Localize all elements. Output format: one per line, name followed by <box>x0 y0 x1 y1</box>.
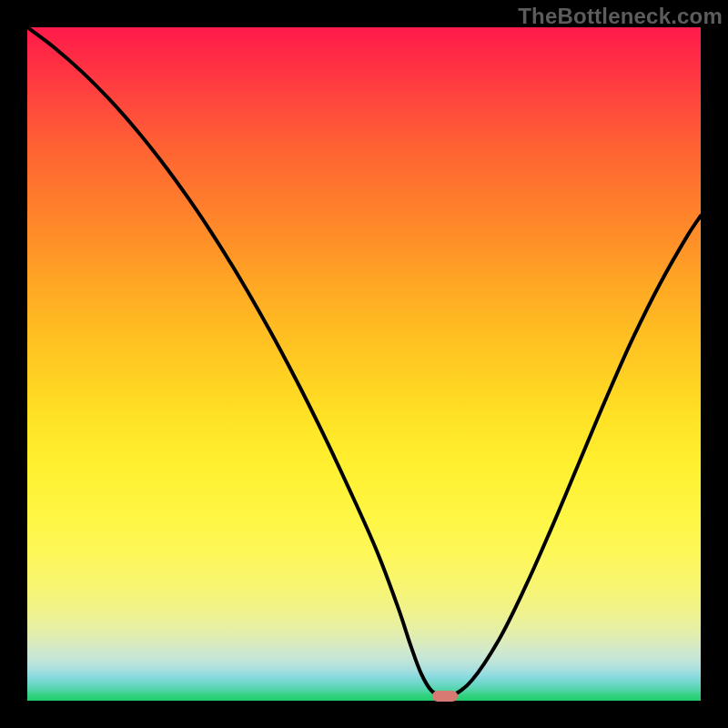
watermark-text: TheBottleneck.com <box>518 4 723 29</box>
plot-area <box>27 27 701 701</box>
chart-container: TheBottleneck.com <box>0 0 728 728</box>
bottleneck-curve <box>27 27 701 701</box>
minimum-marker <box>432 691 458 702</box>
curve-path <box>27 27 701 697</box>
